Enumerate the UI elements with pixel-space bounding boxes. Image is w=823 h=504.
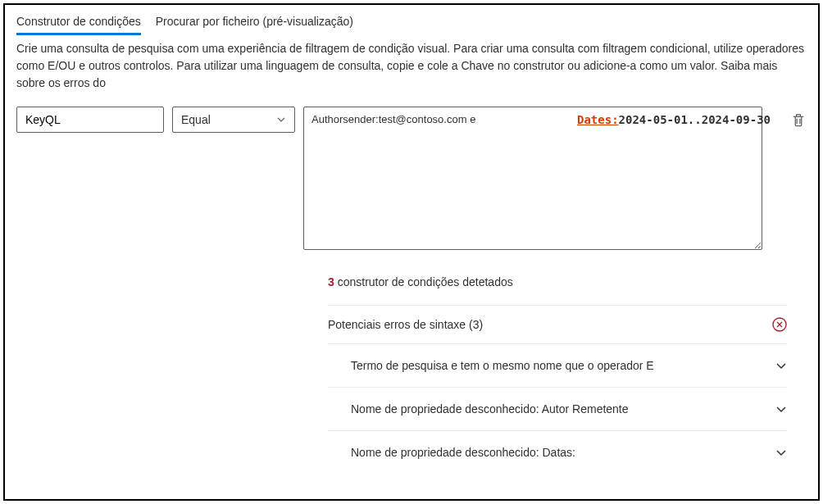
error-circle-icon bbox=[772, 317, 787, 332]
chevron-down-icon bbox=[276, 115, 286, 125]
operator-value: Equal bbox=[181, 113, 211, 126]
error-count-line: 3 construtor de condições detetados bbox=[328, 275, 787, 288]
chevron-down-icon bbox=[775, 360, 787, 371]
value-wrapper: Authorsender:test@contoso.com e Dates:20… bbox=[303, 107, 779, 252]
error-item-text: Nome de propriedade desconhecido: Autor … bbox=[351, 402, 629, 415]
tabs-bar: Construtor de condições Procurar por fic… bbox=[16, 15, 807, 35]
delete-icon[interactable] bbox=[790, 111, 807, 128]
chevron-down-icon bbox=[775, 403, 787, 415]
syntax-errors-title: Potenciais erros de sintaxe (3) bbox=[328, 318, 483, 331]
error-count-label: construtor de condições detetados bbox=[338, 275, 513, 288]
operator-select[interactable]: Equal bbox=[172, 107, 295, 133]
syntax-errors-header[interactable]: Potenciais erros de sintaxe (3) bbox=[328, 306, 787, 343]
error-item-text: Termo de pesquisa e tem o mesmo nome que… bbox=[351, 359, 654, 372]
error-count-number: 3 bbox=[328, 275, 334, 288]
error-item-1[interactable]: Termo de pesquisa e tem o mesmo nome que… bbox=[328, 343, 787, 387]
field-input[interactable] bbox=[16, 107, 164, 133]
error-item-2[interactable]: Nome de propriedade desconhecido: Autor … bbox=[328, 387, 787, 430]
condition-row: Equal Authorsender:test@contoso.com e Da… bbox=[16, 107, 807, 252]
description-text: Crie uma consulta de pesquisa com uma ex… bbox=[16, 40, 807, 92]
error-item-3[interactable]: Nome de propriedade desconhecido: Datas: bbox=[328, 430, 787, 474]
error-item-text: Nome de propriedade desconhecido: Datas: bbox=[351, 446, 575, 459]
results-section: 3 construtor de condições detetados Pote… bbox=[328, 275, 787, 474]
tab-condition-builder[interactable]: Construtor de condições bbox=[16, 15, 141, 35]
value-textarea[interactable] bbox=[303, 107, 762, 250]
chevron-down-icon bbox=[775, 447, 787, 458]
tab-file-search[interactable]: Procurar por ficheiro (pré-visualização) bbox=[156, 15, 353, 35]
